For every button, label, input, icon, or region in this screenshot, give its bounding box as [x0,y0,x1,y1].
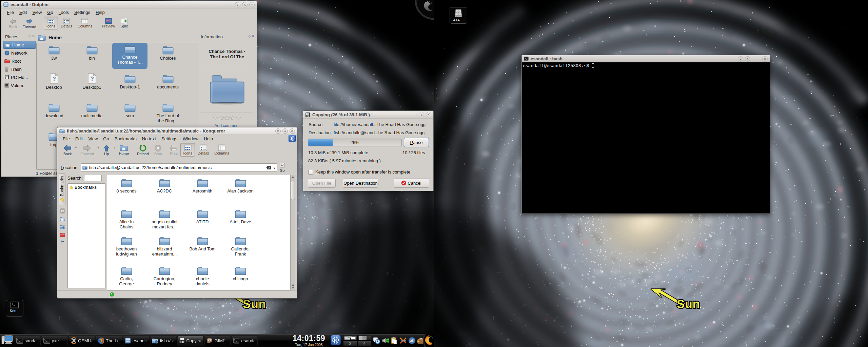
svg-text:K: K [334,337,338,343]
svg-text:chat: chat [401,340,406,342]
svg-text:K: K [291,137,294,141]
svg-text:?: ? [90,76,94,82]
svg-text:?: ? [52,76,56,82]
